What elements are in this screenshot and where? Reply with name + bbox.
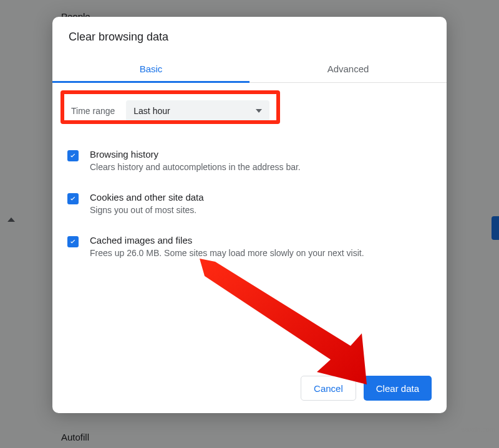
check-icon xyxy=(69,237,77,246)
option-desc: Clears history and autocompletions in th… xyxy=(90,161,301,173)
time-range-select[interactable]: Last hour xyxy=(126,100,269,122)
cancel-button[interactable]: Cancel xyxy=(301,376,356,401)
check-icon xyxy=(69,151,77,160)
watermark: wsxdn.com xyxy=(461,426,495,433)
tab-basic[interactable]: Basic xyxy=(52,55,250,82)
check-icon xyxy=(69,194,77,203)
dialog-title: Clear browsing data xyxy=(52,17,447,55)
dialog-body: Time range Last hour Browsing history Cl… xyxy=(52,83,447,365)
time-range-value: Last hour xyxy=(133,106,170,116)
tab-advanced[interactable]: Advanced xyxy=(250,55,447,82)
option-text: Browsing history Clears history and auto… xyxy=(90,149,301,173)
option-cache: Cached images and files Frees up 26.0 MB… xyxy=(67,229,432,272)
time-range-row: Time range Last hour xyxy=(67,95,432,126)
option-text: Cookies and other site data Signs you ou… xyxy=(90,192,204,216)
option-text: Cached images and files Frees up 26.0 MB… xyxy=(90,235,364,259)
option-title: Cookies and other site data xyxy=(90,192,204,203)
option-cookies: Cookies and other site data Signs you ou… xyxy=(67,186,432,229)
time-range-label: Time range xyxy=(71,106,115,116)
clear-data-button[interactable]: Clear data xyxy=(364,376,432,401)
option-desc: Signs you out of most sites. xyxy=(90,204,204,216)
dialog-footer: Cancel Clear data xyxy=(52,365,447,413)
checkbox-cookies[interactable] xyxy=(67,193,79,204)
option-browsing-history: Browsing history Clears history and auto… xyxy=(67,143,432,186)
option-title: Browsing history xyxy=(90,149,301,160)
tabs: Basic Advanced xyxy=(52,55,447,83)
clear-browsing-data-dialog: Clear browsing data Basic Advanced Time … xyxy=(52,17,447,413)
checkbox-cache[interactable] xyxy=(67,236,79,247)
chevron-down-icon xyxy=(256,109,262,113)
checkbox-browsing-history[interactable] xyxy=(67,150,79,161)
option-title: Cached images and files xyxy=(90,235,364,245)
option-desc: Frees up 26.0 MB. Some sites may load mo… xyxy=(90,247,364,259)
options-list: Browsing history Clears history and auto… xyxy=(67,143,432,272)
